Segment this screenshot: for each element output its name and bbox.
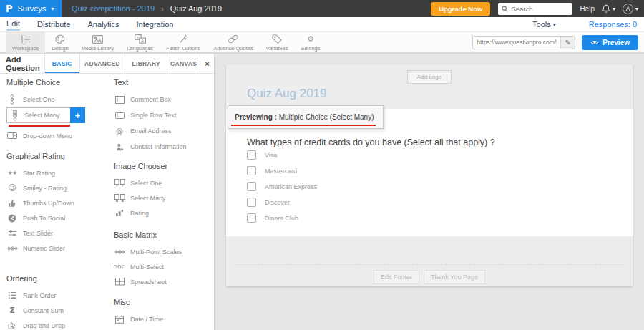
qtype-rank-order[interactable]: Rank Order [6, 288, 107, 303]
qtype-drag-and-drop[interactable]: Drag and Drop [6, 318, 107, 330]
option-row[interactable]: Diners Club [247, 213, 298, 223]
toolbar-settings[interactable]: ⚙ Settings [294, 31, 326, 53]
advance-quotas-icon [228, 34, 239, 44]
avatar: A [623, 4, 633, 14]
account-menu[interactable]: A ▾ [623, 4, 638, 14]
qtype-spreadsheet[interactable]: Spreadsheet [114, 274, 213, 289]
qtype-select-many[interactable]: Select Many + [6, 107, 85, 123]
option-label: Diners Club [265, 215, 298, 222]
qtype-date-time[interactable]: Date / Time [114, 311, 213, 327]
checkbox[interactable] [247, 166, 256, 175]
finish-options-icon [179, 34, 188, 44]
edit-footer-button[interactable]: Edit Footer [374, 270, 419, 284]
qtype-contact-information[interactable]: Contact Information [114, 139, 213, 155]
annotation-underline [231, 125, 376, 127]
panel-title: Add Question [0, 54, 44, 73]
eye-icon [590, 39, 599, 46]
numeric-slider-icon [6, 245, 18, 252]
variables-icon [272, 34, 282, 44]
checkbox[interactable] [247, 150, 256, 160]
tools-menu[interactable]: Tools▾ [532, 20, 556, 29]
section-title: Multiple Choice [6, 78, 107, 87]
qtype-single-row-text[interactable]: Single Row Text [114, 107, 213, 123]
chevron-down-icon: ▾ [613, 6, 615, 12]
qtype-thumbs-up-down[interactable]: Thumbs Up/Down [6, 195, 107, 210]
toolbar-media-library[interactable]: Media Library [75, 31, 120, 53]
toolbar-languages[interactable]: xA Languages [120, 31, 160, 53]
qtype-email-address[interactable]: @ Email Address [114, 123, 213, 139]
option-label: Visa [265, 152, 277, 159]
nav-integration[interactable]: Integration [136, 19, 173, 30]
add-logo-button[interactable]: Add Logo [407, 70, 452, 84]
preview-button[interactable]: Preview [582, 35, 638, 50]
toolbar-design[interactable]: Design [45, 31, 74, 53]
qtype-text-slider[interactable]: Text Slider [6, 225, 107, 241]
workspace-icon [21, 34, 31, 44]
qtype-push-to-social[interactable]: Push To Social [6, 210, 107, 225]
notifications-menu[interactable]: ▾ [602, 4, 615, 14]
tab-basic[interactable]: BASIC [44, 54, 79, 73]
question-text: What types of credit cards do you have (… [247, 137, 495, 147]
qtype-multi-select[interactable]: Multi-Select [114, 259, 213, 274]
option-row[interactable]: Mastercard [247, 166, 297, 175]
qtype-image-select-one[interactable]: Select One [114, 175, 213, 190]
survey-card-header: Add Logo Quiz Aug 2019 [226, 64, 633, 109]
checkbox[interactable] [247, 182, 256, 191]
help-link[interactable]: Help [580, 5, 595, 13]
checkbox[interactable] [247, 198, 256, 207]
qtype-multi-point-scales[interactable]: Multi-Point Scales [114, 244, 213, 259]
tab-canvas[interactable]: CANVAS [167, 54, 200, 73]
toolbar-variables[interactable]: Variables [260, 31, 295, 53]
search-box[interactable] [498, 3, 572, 15]
qtype-image-select-many[interactable]: Select Many [114, 190, 213, 205]
thank-you-page-button[interactable]: Thank You Page [424, 270, 485, 284]
toolbar-advance-quotas[interactable]: Advance Quotas [207, 31, 259, 53]
responses-count[interactable]: Responses: 0 [589, 20, 637, 29]
qtype-comment-box[interactable]: Comment Box [114, 92, 213, 107]
option-row[interactable]: Discover [247, 198, 290, 207]
qtype-star-rating[interactable]: ★★ Star Rating [6, 165, 107, 180]
checkbox[interactable] [247, 213, 256, 223]
nav-analytics[interactable]: Analytics [87, 19, 119, 30]
chevron-down-icon: ▾ [51, 6, 54, 12]
qtype-image-rating[interactable]: Rating [114, 205, 213, 220]
survey-card: Add Logo Quiz Aug 2019 Previewing : Mult… [226, 64, 633, 286]
qtype-constant-sum[interactable]: Σ Constant Sum [6, 303, 107, 318]
qtype-dropdown-menu[interactable]: Drop-down Menu [6, 128, 107, 143]
share-icon [6, 214, 18, 223]
qtype-captcha[interactable]: Captcha [114, 327, 213, 330]
section-title: Image Chooser [114, 162, 213, 170]
option-row[interactable]: American Express [247, 182, 317, 191]
previewing-label: Previewing : Multiple Choice (Select Man… [235, 113, 374, 121]
surveys-menu[interactable]: P Surveys ▾ [0, 0, 62, 17]
chevron-down-icon: ▾ [553, 21, 556, 28]
add-select-many-button[interactable]: + [70, 107, 85, 123]
nav-distribute[interactable]: Distribute [37, 19, 70, 30]
module-nav: Edit Distribute Analytics Integration To… [0, 17, 644, 32]
spreadsheet-icon [114, 278, 125, 286]
svg-text:x: x [137, 35, 140, 39]
qtype-smiley-rating[interactable]: ☺ Smiley - Rating [6, 180, 107, 195]
breadcrumb: Quiz competition - 2019 › Quiz Aug 2019 [72, 4, 222, 13]
chevron-down-icon: ▾ [635, 6, 638, 12]
editor-toolbar: Workspace Design Media Library xA Langua… [0, 32, 644, 54]
survey-url-input[interactable] [473, 39, 560, 46]
toolbar-workspace[interactable]: Workspace [6, 31, 45, 53]
add-question-panel: Add Question BASIC ADVANCED LIBRARY CANV… [0, 54, 215, 330]
qtype-numeric-slider[interactable]: Numeric Slider [6, 241, 107, 256]
design-icon [55, 34, 65, 44]
upgrade-now-button[interactable]: Upgrade Now [431, 2, 490, 16]
star-rating-icon: ★★ [6, 170, 18, 176]
top-bar: P Surveys ▾ Quiz competition - 2019 › Qu… [0, 0, 644, 17]
edit-url-pencil-icon[interactable]: ✎ [560, 37, 575, 49]
search-input[interactable] [511, 5, 568, 13]
option-row[interactable]: Visa [247, 150, 277, 160]
breadcrumb-folder[interactable]: Quiz competition - 2019 [72, 4, 155, 13]
single-row-icon [114, 112, 125, 119]
nav-edit[interactable]: Edit [6, 18, 20, 31]
qtype-select-one[interactable]: Select One [6, 92, 107, 107]
tab-library[interactable]: LIBRARY [125, 54, 167, 73]
close-icon[interactable]: × [200, 54, 214, 73]
toolbar-finish-options[interactable]: Finish Options [160, 31, 207, 53]
tab-advanced[interactable]: ADVANCED [79, 54, 125, 73]
